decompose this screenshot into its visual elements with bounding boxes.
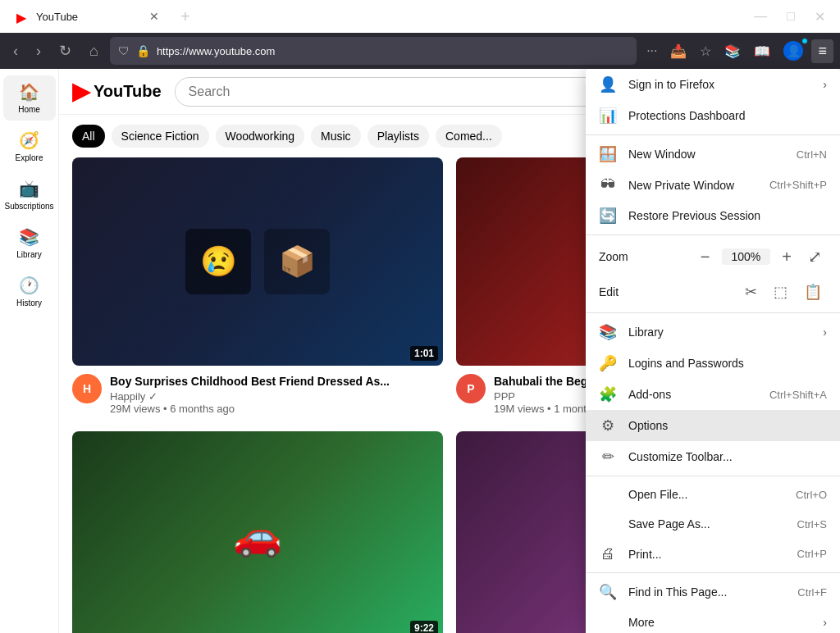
library-icon: 📚 bbox=[19, 227, 39, 247]
filter-chip-playlists[interactable]: Playlists bbox=[368, 125, 429, 148]
filter-chip-sf[interactable]: Science Fiction bbox=[112, 125, 209, 148]
video-thumbnail-2: 🚗 9:22 bbox=[72, 431, 443, 633]
open-file-shortcut: Ctrl+O bbox=[796, 489, 827, 501]
menu-label-options: Options bbox=[628, 419, 827, 432]
menu-label-find: Find in This Page... bbox=[628, 585, 786, 599]
home-button[interactable]: ⌂ bbox=[83, 39, 105, 63]
video-duration-0: 1:01 bbox=[410, 346, 438, 361]
menu-label-new-window: New Window bbox=[628, 148, 785, 161]
firefox-menu: 👤 Sign in to Firefox › 📊 Protections Das… bbox=[586, 69, 840, 633]
menu-item-customize[interactable]: ✏ Customize Toolbar... bbox=[586, 441, 840, 472]
menu-item-addons[interactable]: 🧩 Add-ons Ctrl+Shift+A bbox=[586, 379, 840, 410]
filter-chip-music[interactable]: Music bbox=[311, 125, 361, 148]
new-tab-button[interactable]: + bbox=[174, 4, 197, 30]
menu-label-more: More bbox=[628, 616, 811, 629]
forward-button[interactable]: › bbox=[30, 39, 48, 63]
window-controls: — □ ✕ bbox=[746, 6, 833, 28]
print-icon: 🖨 bbox=[599, 545, 617, 562]
firefox-menu-button[interactable]: ≡ bbox=[811, 39, 833, 63]
subscriptions-icon: 📺 bbox=[19, 179, 39, 198]
copy-button[interactable]: ⬚ bbox=[769, 281, 792, 303]
menu-label-private-window: New Private Window bbox=[628, 179, 758, 192]
menu-item-save-page[interactable]: Save Page As... Ctrl+S bbox=[586, 509, 840, 539]
bookmark-button[interactable]: ☆ bbox=[695, 40, 716, 62]
reload-button[interactable]: ↻ bbox=[52, 39, 78, 63]
menu-label-protections: Protections Dashboard bbox=[628, 109, 827, 122]
menu-item-more[interactable]: More › bbox=[586, 608, 840, 633]
search-input[interactable] bbox=[176, 84, 598, 99]
youtube-tab[interactable]: ▶ YouTube ✕ bbox=[7, 3, 171, 30]
zoom-expand-button[interactable]: ⤢ bbox=[803, 245, 827, 268]
zoom-label: Zoom bbox=[599, 250, 684, 263]
address-bar[interactable]: 🛡 🔒 https://www.youtube.com bbox=[110, 37, 637, 65]
filter-chip-woodworking-label: Woodworking bbox=[226, 130, 295, 143]
tab-close-button[interactable]: ✕ bbox=[148, 8, 161, 25]
youtube-sidebar: 🏠 Home 🧭 Explore 📺 Subscriptions 📚 Libra… bbox=[0, 69, 59, 633]
menu-item-restore-session[interactable]: 🔄 Restore Previous Session bbox=[586, 200, 840, 231]
menu-item-new-window[interactable]: 🪟 New Window Ctrl+N bbox=[586, 139, 840, 170]
more-tools-button[interactable]: ··· bbox=[641, 40, 662, 61]
menu-label-addons: Add-ons bbox=[628, 388, 758, 401]
menu-label-print: Print... bbox=[628, 548, 786, 561]
video-card-0[interactable]: 😢 📦 1:01 H Boy Surprises Childhood Best … bbox=[72, 157, 443, 418]
sidebar-item-library[interactable]: 📚 Library bbox=[3, 221, 56, 266]
menu-item-zoom: Zoom − 100% + ⤢ bbox=[586, 239, 840, 275]
zoom-in-button[interactable]: + bbox=[777, 246, 797, 268]
account-button[interactable]: 👤 bbox=[778, 38, 808, 64]
sidebar-item-explore[interactable]: 🧭 Explore bbox=[3, 124, 56, 169]
menu-item-private-window[interactable]: 🕶 New Private Window Ctrl+Shift+P bbox=[586, 170, 840, 200]
video-meta-0: Boy Surprises Childhood Best Friend Dres… bbox=[110, 374, 443, 415]
menu-item-signin[interactable]: 👤 Sign in to Firefox › bbox=[586, 69, 840, 100]
cut-button[interactable]: ✂ bbox=[740, 281, 762, 303]
pocket-button[interactable]: 📥 bbox=[665, 40, 692, 62]
sidebar-label-history: History bbox=[16, 298, 42, 307]
page-content: 🏠 Home 🧭 Explore 📺 Subscriptions 📚 Libra… bbox=[0, 69, 840, 633]
signin-icon: 👤 bbox=[599, 75, 617, 93]
video-stats-0: 29M views • 6 months ago bbox=[110, 403, 443, 415]
back-button[interactable]: ‹ bbox=[7, 39, 25, 63]
video-info-0: H Boy Surprises Childhood Best Friend Dr… bbox=[72, 366, 443, 418]
explore-icon: 🧭 bbox=[19, 130, 39, 150]
nav-tools: ··· 📥 ☆ 📚 📖 👤 ≡ bbox=[641, 38, 833, 64]
paste-button[interactable]: 📋 bbox=[799, 281, 827, 303]
home-icon: 🏠 bbox=[19, 82, 39, 102]
history-icon: 🕐 bbox=[19, 276, 39, 295]
filter-chip-all[interactable]: All bbox=[72, 125, 105, 148]
nav-bar: ‹ › ↻ ⌂ 🛡 🔒 https://www.youtube.com ··· … bbox=[0, 33, 840, 69]
reader-button[interactable]: 📖 bbox=[749, 40, 775, 62]
video-card-2[interactable]: 🚗 9:22 🚔 Intense High Speed Sheriff Purs… bbox=[72, 431, 443, 633]
menu-item-open-file[interactable]: Open File... Ctrl+O bbox=[586, 480, 840, 509]
menu-item-options[interactable]: ⚙ Options bbox=[586, 410, 840, 441]
filter-chip-woodworking[interactable]: Woodworking bbox=[216, 125, 305, 148]
minimize-button[interactable]: — bbox=[746, 6, 775, 28]
menu-label-library: Library bbox=[628, 326, 811, 339]
menu-divider-2 bbox=[586, 235, 840, 235]
close-button[interactable]: ✕ bbox=[806, 6, 833, 28]
menu-label-save-page: Save Page As... bbox=[628, 517, 786, 531]
maximize-button[interactable]: □ bbox=[778, 6, 803, 28]
menu-divider-3 bbox=[586, 312, 840, 313]
menu-item-find[interactable]: 🔍 Find in This Page... Ctrl+F bbox=[586, 576, 840, 608]
sidebar-item-history[interactable]: 🕐 History bbox=[3, 269, 56, 314]
tab-title: YouTube bbox=[36, 11, 141, 23]
search-bar[interactable]: 🔍 bbox=[175, 77, 651, 107]
addons-icon: 🧩 bbox=[599, 385, 617, 403]
menu-label-restore: Restore Previous Session bbox=[628, 209, 827, 222]
library-button[interactable]: 📚 bbox=[719, 40, 746, 62]
zoom-out-button[interactable]: − bbox=[696, 246, 715, 268]
signin-arrow-icon: › bbox=[823, 78, 827, 91]
filter-chip-comedy[interactable]: Comed... bbox=[436, 125, 502, 148]
sidebar-item-home[interactable]: 🏠 Home bbox=[3, 75, 56, 121]
menu-divider-1 bbox=[586, 134, 840, 135]
menu-item-logins[interactable]: 🔑 Logins and Passwords bbox=[586, 348, 840, 379]
private-window-icon: 🕶 bbox=[599, 176, 617, 194]
menu-item-protections[interactable]: 📊 Protections Dashboard bbox=[586, 100, 840, 131]
youtube-logo-icon: ▶ bbox=[72, 78, 90, 105]
sidebar-item-subscriptions[interactable]: 📺 Subscriptions bbox=[3, 172, 56, 217]
filter-chip-comedy-label: Comed... bbox=[445, 130, 492, 143]
menu-item-print[interactable]: 🖨 Print... Ctrl+P bbox=[586, 539, 840, 569]
video-thumbnail-0: 😢 📦 1:01 bbox=[72, 157, 443, 366]
menu-label-customize: Customize Toolbar... bbox=[628, 450, 827, 463]
menu-item-library[interactable]: 📚 Library › bbox=[586, 316, 840, 348]
video-channel-0: Happily ✓ bbox=[110, 390, 443, 403]
